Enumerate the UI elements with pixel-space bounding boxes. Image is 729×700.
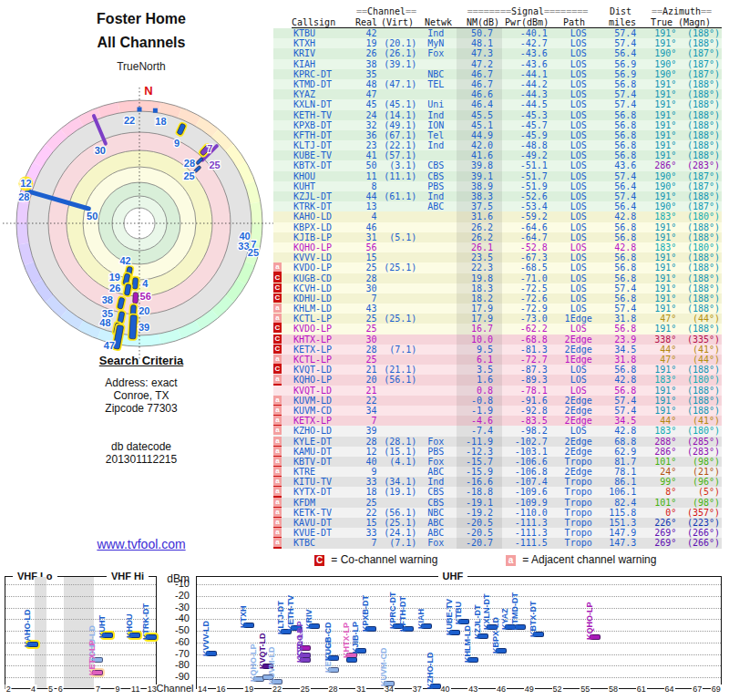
polar-channel-label: 56 xyxy=(140,291,151,302)
cell-mi: 57.4 xyxy=(601,99,642,109)
cell-azm: (285°) xyxy=(676,437,722,447)
cell-path: LOS xyxy=(557,69,601,79)
cell-virt xyxy=(377,406,421,416)
header-channel-group: ==Channel== xyxy=(354,6,419,16)
cell-real: 38 xyxy=(355,59,377,69)
cell-pwr: -48.8 xyxy=(502,140,557,150)
station-bar-label: KCTL-LP xyxy=(295,628,304,664)
cell-pwr: -44.2 xyxy=(502,79,557,89)
dbm-tick-label: -20 xyxy=(175,590,190,601)
cell-cs: KTBU xyxy=(292,28,355,38)
cell-cs: KVQT-LD xyxy=(292,386,355,396)
dbm-tick-label: -60 xyxy=(175,636,190,647)
table-row: KBPX-LD4626.2-64.6LOS56.8191°(188°) xyxy=(273,222,722,232)
polar-channel-label: 18 xyxy=(155,116,166,127)
cell-nm: 39.8 xyxy=(457,160,502,170)
cell-path: 2Edge xyxy=(557,437,601,447)
table-row: aCKTBC7(7.1)Fox-20.7-111.5Tropo147.3269°… xyxy=(273,538,722,548)
adjacent-icon: a xyxy=(506,555,516,566)
table-row: aCKUVM-LD22-0.8-91.62Edge57.4191°(188°) xyxy=(273,396,722,406)
station-bar-label: KAHO-LD xyxy=(23,609,32,647)
cell-mi: 42.8 xyxy=(601,426,642,436)
cell-mi: 31.8 xyxy=(601,314,642,324)
cell-mi: 42.8 xyxy=(601,375,642,385)
gridline xyxy=(197,643,721,643)
cell-nm: 26.1 xyxy=(457,242,502,252)
cell-pwr: -71.0 xyxy=(502,273,557,283)
cell-azt: 338° xyxy=(642,335,676,345)
cell-net: ABC xyxy=(420,518,457,528)
station-bar-label: KHTX-LP xyxy=(342,623,351,658)
cell-azt: 99° xyxy=(642,477,676,487)
co-channel-text: = Co-channel warning xyxy=(331,553,437,566)
cell-azm: (188°) xyxy=(676,150,722,160)
cell-path: LOS xyxy=(557,120,601,130)
cell-nm: 0.8 xyxy=(457,386,502,396)
table-row: aCKAVU-DT15(25.1)ABC-20.5-111.3Tropo151.… xyxy=(273,518,722,528)
station-table: ==Channel== ========Signal======== Dist … xyxy=(273,6,722,549)
datecode-value: 201301112215 xyxy=(0,453,282,466)
cell-warn xyxy=(273,28,292,38)
cell-azm: (188°) xyxy=(676,283,722,293)
cell-azt: 47° xyxy=(642,314,676,324)
station-bar-label: KHLM-LD xyxy=(463,625,472,663)
cell-cs: KQHO-LP xyxy=(292,375,355,385)
cell-pwr: -110.0 xyxy=(502,508,557,518)
header-callsign: Callsign xyxy=(292,17,335,27)
cell-path: 2Edge xyxy=(557,396,601,406)
cell-real: 34 xyxy=(355,406,377,416)
cell-azm: (98°) xyxy=(676,498,722,508)
co-channel-warning-icon: C xyxy=(273,324,282,333)
cell-nm: -12.3 xyxy=(457,447,502,457)
cell-path: Tropo xyxy=(557,538,601,548)
cell-mi: 147.9 xyxy=(601,528,642,538)
cell-net xyxy=(420,211,457,221)
cell-virt: (25.1) xyxy=(377,314,421,324)
channel-tick-label: 11 xyxy=(130,685,140,694)
cell-azt: 101° xyxy=(642,457,676,467)
north-icon: N xyxy=(144,84,152,98)
cell-net: ABC xyxy=(420,201,457,211)
station-bar-label: KJIB-LP xyxy=(351,622,360,654)
cell-warn xyxy=(273,89,292,99)
uhf-label: UHF xyxy=(438,571,468,582)
cell-warn xyxy=(273,120,292,130)
gridline xyxy=(5,584,156,585)
station-signal-bar xyxy=(346,657,357,663)
table-header: ==Channel== ========Signal======== Dist … xyxy=(292,6,722,28)
cell-pwr: -44.5 xyxy=(502,99,557,109)
tvfool-link[interactable]: www.tvfool.com xyxy=(97,537,185,551)
cell-net xyxy=(420,314,457,324)
cell-mi: 57.4 xyxy=(601,406,642,416)
cell-warn xyxy=(273,252,292,262)
cell-nm: 41.6 xyxy=(457,150,502,160)
polar-line-label: 30 xyxy=(95,145,106,156)
table-row: KUHT8PBS38.9-51.9LOS56.4190°(187°) xyxy=(273,181,722,191)
cell-azm: (44°) xyxy=(676,355,722,365)
table-row: aKHLM-LD4317.9-72.9LOS57.4191°(188°) xyxy=(273,304,722,314)
cell-real: 21 xyxy=(355,386,377,396)
gridline xyxy=(5,596,156,597)
dbm-tick-label: -50 xyxy=(175,624,190,635)
cell-virt: (45.1) xyxy=(377,99,421,109)
table-row: CKHTX-LP3010.0-68.82Edge23.9338°(335°) xyxy=(273,335,722,345)
cell-virt xyxy=(377,304,421,314)
cell-azm: (188°) xyxy=(676,406,722,416)
table-row: aCKVUE-DT33(24.1)ABC-20.5-111.3Tropo147.… xyxy=(273,528,722,538)
cell-path: LOS xyxy=(557,222,601,232)
cell-path: 2Edge xyxy=(557,335,601,345)
cell-nm: 45.5 xyxy=(457,110,502,120)
cell-cs: KJIB-LP xyxy=(292,232,355,242)
station-bar-label: KXLN-DT xyxy=(482,593,491,630)
table-row: KJIB-LP31(5.1)26.2-64.7LOS56.8191°(188°) xyxy=(273,232,722,242)
cell-azt: 101° xyxy=(642,498,676,508)
cell-virt: (25.1) xyxy=(377,262,421,273)
cell-warn: aC xyxy=(273,375,292,385)
channel-tick-label: 31 xyxy=(355,685,366,694)
cell-net xyxy=(420,324,457,334)
cell-pwr: -106.6 xyxy=(502,457,557,467)
cell-azm: (98°) xyxy=(676,457,722,467)
table-row: CKVDO-LP2516.7-62.2LOS56.8191°(188°) xyxy=(273,324,722,334)
cell-net xyxy=(420,386,457,396)
table-row: KZJL-DT44(61.1)Ind38.3-52.6LOS57.4191°(1… xyxy=(273,191,722,201)
